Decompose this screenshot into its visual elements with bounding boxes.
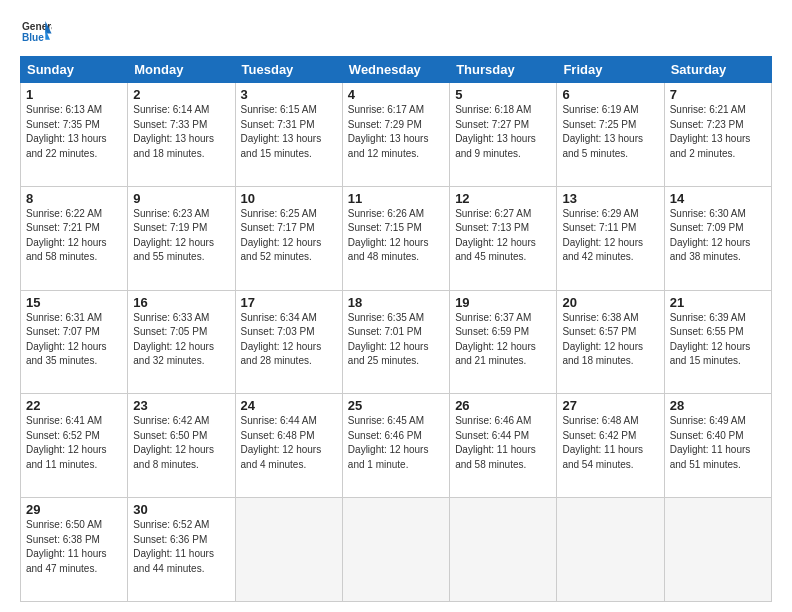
day-number: 24: [241, 398, 337, 413]
day-cell: 16Sunrise: 6:33 AMSunset: 7:05 PMDayligh…: [128, 290, 235, 394]
day-number: 1: [26, 87, 122, 102]
day-number: 2: [133, 87, 229, 102]
day-number: 4: [348, 87, 444, 102]
day-info: Sunrise: 6:13 AMSunset: 7:35 PMDaylight:…: [26, 104, 107, 159]
day-number: 29: [26, 502, 122, 517]
day-info: Sunrise: 6:22 AMSunset: 7:21 PMDaylight:…: [26, 208, 107, 263]
day-cell: 17Sunrise: 6:34 AMSunset: 7:03 PMDayligh…: [235, 290, 342, 394]
day-cell: 11Sunrise: 6:26 AMSunset: 7:15 PMDayligh…: [342, 186, 449, 290]
calendar-body: 1Sunrise: 6:13 AMSunset: 7:35 PMDaylight…: [21, 83, 772, 602]
day-info: Sunrise: 6:19 AMSunset: 7:25 PMDaylight:…: [562, 104, 643, 159]
day-cell: 25Sunrise: 6:45 AMSunset: 6:46 PMDayligh…: [342, 394, 449, 498]
day-info: Sunrise: 6:23 AMSunset: 7:19 PMDaylight:…: [133, 208, 214, 263]
day-cell: 19Sunrise: 6:37 AMSunset: 6:59 PMDayligh…: [450, 290, 557, 394]
day-info: Sunrise: 6:18 AMSunset: 7:27 PMDaylight:…: [455, 104, 536, 159]
day-info: Sunrise: 6:25 AMSunset: 7:17 PMDaylight:…: [241, 208, 322, 263]
day-cell: 15Sunrise: 6:31 AMSunset: 7:07 PMDayligh…: [21, 290, 128, 394]
day-cell: [450, 498, 557, 602]
day-number: 14: [670, 191, 766, 206]
day-number: 18: [348, 295, 444, 310]
day-number: 12: [455, 191, 551, 206]
day-info: Sunrise: 6:42 AMSunset: 6:50 PMDaylight:…: [133, 415, 214, 470]
week-row-3: 15Sunrise: 6:31 AMSunset: 7:07 PMDayligh…: [21, 290, 772, 394]
day-cell: 30Sunrise: 6:52 AMSunset: 6:36 PMDayligh…: [128, 498, 235, 602]
day-info: Sunrise: 6:39 AMSunset: 6:55 PMDaylight:…: [670, 312, 751, 367]
day-cell: 18Sunrise: 6:35 AMSunset: 7:01 PMDayligh…: [342, 290, 449, 394]
day-number: 16: [133, 295, 229, 310]
day-cell: 8Sunrise: 6:22 AMSunset: 7:21 PMDaylight…: [21, 186, 128, 290]
day-number: 15: [26, 295, 122, 310]
day-number: 22: [26, 398, 122, 413]
dow-header-thursday: Thursday: [450, 57, 557, 83]
day-info: Sunrise: 6:17 AMSunset: 7:29 PMDaylight:…: [348, 104, 429, 159]
day-info: Sunrise: 6:48 AMSunset: 6:42 PMDaylight:…: [562, 415, 643, 470]
dow-header-monday: Monday: [128, 57, 235, 83]
day-info: Sunrise: 6:33 AMSunset: 7:05 PMDaylight:…: [133, 312, 214, 367]
week-row-4: 22Sunrise: 6:41 AMSunset: 6:52 PMDayligh…: [21, 394, 772, 498]
day-number: 10: [241, 191, 337, 206]
day-info: Sunrise: 6:45 AMSunset: 6:46 PMDaylight:…: [348, 415, 429, 470]
day-number: 8: [26, 191, 122, 206]
day-number: 30: [133, 502, 229, 517]
day-cell: [664, 498, 771, 602]
logo-icon: General Blue: [20, 18, 52, 46]
day-cell: 29Sunrise: 6:50 AMSunset: 6:38 PMDayligh…: [21, 498, 128, 602]
logo: General Blue: [20, 18, 52, 46]
day-info: Sunrise: 6:49 AMSunset: 6:40 PMDaylight:…: [670, 415, 751, 470]
day-number: 9: [133, 191, 229, 206]
dow-header-tuesday: Tuesday: [235, 57, 342, 83]
svg-text:Blue: Blue: [22, 32, 44, 43]
day-cell: 9Sunrise: 6:23 AMSunset: 7:19 PMDaylight…: [128, 186, 235, 290]
day-cell: 22Sunrise: 6:41 AMSunset: 6:52 PMDayligh…: [21, 394, 128, 498]
day-cell: 24Sunrise: 6:44 AMSunset: 6:48 PMDayligh…: [235, 394, 342, 498]
day-info: Sunrise: 6:31 AMSunset: 7:07 PMDaylight:…: [26, 312, 107, 367]
week-row-5: 29Sunrise: 6:50 AMSunset: 6:38 PMDayligh…: [21, 498, 772, 602]
day-number: 21: [670, 295, 766, 310]
day-number: 28: [670, 398, 766, 413]
day-cell: 14Sunrise: 6:30 AMSunset: 7:09 PMDayligh…: [664, 186, 771, 290]
day-cell: 6Sunrise: 6:19 AMSunset: 7:25 PMDaylight…: [557, 83, 664, 187]
day-cell: 20Sunrise: 6:38 AMSunset: 6:57 PMDayligh…: [557, 290, 664, 394]
day-info: Sunrise: 6:21 AMSunset: 7:23 PMDaylight:…: [670, 104, 751, 159]
day-cell: 4Sunrise: 6:17 AMSunset: 7:29 PMDaylight…: [342, 83, 449, 187]
day-cell: 13Sunrise: 6:29 AMSunset: 7:11 PMDayligh…: [557, 186, 664, 290]
day-number: 17: [241, 295, 337, 310]
dow-header-sunday: Sunday: [21, 57, 128, 83]
days-of-week-row: SundayMondayTuesdayWednesdayThursdayFrid…: [21, 57, 772, 83]
day-cell: 26Sunrise: 6:46 AMSunset: 6:44 PMDayligh…: [450, 394, 557, 498]
calendar-table: SundayMondayTuesdayWednesdayThursdayFrid…: [20, 56, 772, 602]
day-number: 3: [241, 87, 337, 102]
day-cell: [342, 498, 449, 602]
day-cell: 7Sunrise: 6:21 AMSunset: 7:23 PMDaylight…: [664, 83, 771, 187]
day-cell: 1Sunrise: 6:13 AMSunset: 7:35 PMDaylight…: [21, 83, 128, 187]
day-info: Sunrise: 6:50 AMSunset: 6:38 PMDaylight:…: [26, 519, 107, 574]
dow-header-saturday: Saturday: [664, 57, 771, 83]
day-cell: 3Sunrise: 6:15 AMSunset: 7:31 PMDaylight…: [235, 83, 342, 187]
day-info: Sunrise: 6:44 AMSunset: 6:48 PMDaylight:…: [241, 415, 322, 470]
day-number: 23: [133, 398, 229, 413]
day-number: 27: [562, 398, 658, 413]
day-number: 7: [670, 87, 766, 102]
dow-header-friday: Friday: [557, 57, 664, 83]
day-cell: 28Sunrise: 6:49 AMSunset: 6:40 PMDayligh…: [664, 394, 771, 498]
day-number: 11: [348, 191, 444, 206]
day-cell: [235, 498, 342, 602]
day-info: Sunrise: 6:52 AMSunset: 6:36 PMDaylight:…: [133, 519, 214, 574]
day-cell: 2Sunrise: 6:14 AMSunset: 7:33 PMDaylight…: [128, 83, 235, 187]
day-number: 20: [562, 295, 658, 310]
day-cell: 21Sunrise: 6:39 AMSunset: 6:55 PMDayligh…: [664, 290, 771, 394]
day-info: Sunrise: 6:15 AMSunset: 7:31 PMDaylight:…: [241, 104, 322, 159]
day-info: Sunrise: 6:14 AMSunset: 7:33 PMDaylight:…: [133, 104, 214, 159]
day-info: Sunrise: 6:41 AMSunset: 6:52 PMDaylight:…: [26, 415, 107, 470]
day-number: 25: [348, 398, 444, 413]
dow-header-wednesday: Wednesday: [342, 57, 449, 83]
day-cell: 10Sunrise: 6:25 AMSunset: 7:17 PMDayligh…: [235, 186, 342, 290]
day-info: Sunrise: 6:29 AMSunset: 7:11 PMDaylight:…: [562, 208, 643, 263]
day-number: 5: [455, 87, 551, 102]
day-cell: 23Sunrise: 6:42 AMSunset: 6:50 PMDayligh…: [128, 394, 235, 498]
day-number: 19: [455, 295, 551, 310]
day-number: 13: [562, 191, 658, 206]
day-info: Sunrise: 6:27 AMSunset: 7:13 PMDaylight:…: [455, 208, 536, 263]
day-info: Sunrise: 6:37 AMSunset: 6:59 PMDaylight:…: [455, 312, 536, 367]
day-cell: [557, 498, 664, 602]
